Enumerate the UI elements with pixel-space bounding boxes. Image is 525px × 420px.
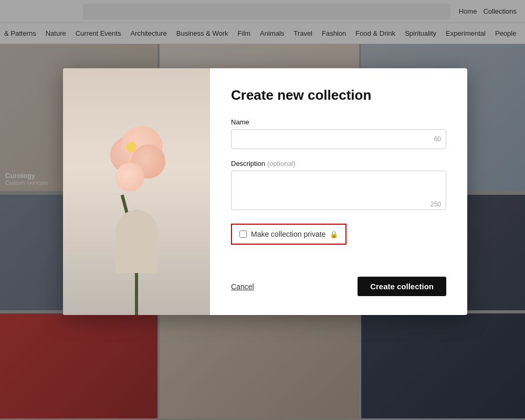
description-label: Description (optional)	[231, 160, 446, 167]
create-collection-modal: Create new collection Name 60 Descriptio…	[63, 68, 467, 315]
name-field-group: Name 60	[231, 118, 446, 160]
create-collection-button[interactable]: Create collection	[358, 277, 446, 296]
name-input-wrapper: 60	[231, 129, 446, 149]
name-char-count: 60	[434, 135, 441, 143]
cancel-button[interactable]: Cancel	[231, 282, 254, 291]
desc-char-count: 250	[430, 201, 441, 208]
name-input[interactable]	[231, 129, 446, 149]
modal-title: Create new collection	[231, 87, 446, 103]
modal-form: Create new collection Name 60 Descriptio…	[210, 68, 467, 315]
description-textarea[interactable]	[231, 171, 446, 210]
private-label: Make collection private	[251, 230, 326, 238]
lock-icon: 🔒	[330, 230, 338, 238]
modal-footer: Cancel Create collection	[231, 277, 446, 296]
name-label: Name	[231, 118, 446, 126]
modal-image-panel	[63, 68, 210, 315]
optional-tag: (optional)	[267, 160, 296, 167]
description-field-group: Description (optional) 250	[231, 160, 446, 224]
private-checkbox-row: Make collection private 🔒	[231, 224, 346, 245]
description-wrapper: 250	[231, 171, 446, 212]
private-checkbox[interactable]	[239, 230, 247, 238]
